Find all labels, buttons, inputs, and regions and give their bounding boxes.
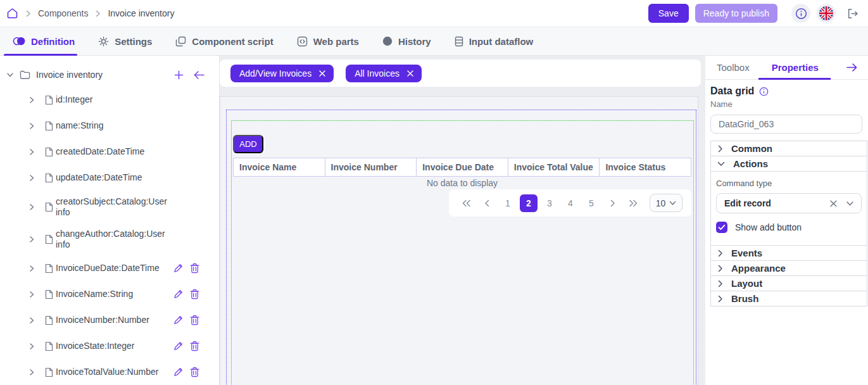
chevron-right-icon[interactable] [28, 96, 35, 104]
tree-item-InvoiceState[interactable]: InvoiceState:Integer [0, 333, 219, 359]
section-header-brush[interactable]: Brush [711, 291, 867, 306]
home-button[interactable] [6, 8, 18, 19]
grid-column-invoice-due-date[interactable]: Invoice Due Date [416, 158, 508, 176]
tree-item-updateDate[interactable]: updateDate:DateTime [0, 165, 219, 191]
chevron-right-icon[interactable] [28, 291, 35, 298]
info-button[interactable] [791, 4, 810, 23]
canvas-outer-container[interactable]: ADD Invoice Name Invoice Number Invoice … [220, 96, 698, 385]
tab-toolbox[interactable]: Toolbox [717, 56, 750, 79]
grid-add-button[interactable]: ADD [233, 135, 263, 153]
logout-button[interactable] [847, 8, 859, 19]
section-label: Actions [733, 158, 768, 169]
collapse-panel-button[interactable] [846, 63, 858, 72]
add-column-button[interactable] [174, 70, 184, 80]
tab-web-parts[interactable]: Web parts [297, 27, 359, 56]
show-add-button-label[interactable]: Show add button [735, 222, 802, 232]
last-page-button[interactable] [624, 194, 642, 212]
delete-column-button[interactable] [190, 367, 199, 377]
tree-item-InvoiceName[interactable]: InvoiceName:String [0, 281, 219, 307]
name-input[interactable] [710, 115, 862, 134]
gear-icon [98, 36, 109, 47]
edit-column-button[interactable] [173, 315, 184, 325]
tree-item-id[interactable]: id:Integer [0, 87, 219, 113]
page-button-5[interactable]: 5 [582, 194, 600, 212]
page-size-select[interactable]: 10 [650, 194, 682, 212]
tab-label: Component script [192, 36, 273, 47]
delete-column-button[interactable] [190, 263, 199, 274]
open-dropdown-button[interactable] [846, 201, 854, 206]
invoice-data-grid: Invoice Name Invoice Number Invoice Due … [233, 158, 691, 189]
edit-column-button[interactable] [173, 367, 184, 377]
history-icon [382, 36, 393, 46]
chip-add-view-invoices[interactable]: Add/View Invoices [230, 65, 334, 82]
grid-column-invoice-name[interactable]: Invoice Name [234, 158, 325, 176]
chevron-right-icon[interactable] [28, 369, 35, 376]
tree-item-createdDate[interactable]: createdDate:DateTime [0, 139, 219, 165]
tree-root-row[interactable]: Invoice inventory [0, 65, 219, 84]
edit-column-button[interactable] [173, 289, 184, 300]
chevron-right-icon[interactable] [28, 122, 35, 130]
tree-item-changeAuthor[interactable]: changeAuthor:Catalog:User info [0, 223, 219, 255]
canvas-selected-region[interactable]: ADD Invoice Name Invoice Number Invoice … [226, 110, 696, 385]
tab-definition[interactable]: Definition [13, 27, 75, 56]
next-page-button[interactable] [603, 194, 621, 212]
trash-icon [190, 367, 199, 377]
delete-column-button[interactable] [190, 315, 199, 325]
chevron-right-icon[interactable] [28, 203, 35, 211]
chevron-right-icon[interactable] [28, 343, 35, 350]
chevron-right-icon[interactable] [28, 148, 35, 156]
chevron-down-icon[interactable] [6, 71, 14, 79]
command-type-select[interactable]: Edit record [716, 193, 862, 213]
collapse-sidebar-button[interactable] [193, 70, 205, 80]
tree-item-InvoiceNumber[interactable]: InvoiceNumber:Number [0, 307, 219, 333]
prev-page-button[interactable] [478, 194, 496, 212]
tree-item-InvoiceDueDate[interactable]: InvoiceDueDate:DateTime [0, 255, 219, 281]
save-button[interactable]: Save [648, 4, 689, 23]
show-add-button-checkbox[interactable] [716, 222, 727, 233]
chevron-right-icon[interactable] [28, 317, 35, 324]
document-icon [45, 263, 53, 274]
delete-column-button[interactable] [190, 289, 199, 300]
page-button-3[interactable]: 3 [541, 194, 558, 212]
close-icon[interactable] [406, 70, 414, 77]
chevron-right-icon[interactable] [28, 236, 35, 243]
tab-label: History [398, 36, 431, 47]
breadcrumb-components[interactable]: Components [38, 8, 88, 18]
edit-column-button[interactable] [173, 341, 184, 351]
section-header-actions[interactable]: Actions [711, 156, 867, 171]
ready-to-publish-button[interactable]: Ready to publish [695, 4, 777, 23]
chevron-right-icon[interactable] [28, 174, 35, 182]
page-button-2-active[interactable]: 2 [520, 194, 538, 212]
tab-settings[interactable]: Settings [98, 27, 152, 56]
tree-item-creatorSubject[interactable]: creatorSubject:Catalog:User info [0, 191, 219, 223]
close-icon[interactable] [318, 70, 326, 77]
tab-properties[interactable]: Properties [772, 56, 819, 79]
datagrid-widget[interactable]: ADD Invoice Name Invoice Number Invoice … [231, 120, 694, 385]
section-header-appearance[interactable]: Appearance [711, 261, 867, 275]
tree-item-name[interactable]: name:String [0, 113, 219, 139]
chip-all-invoices[interactable]: All Invoices [346, 65, 422, 82]
page-button-4[interactable]: 4 [562, 194, 579, 212]
tab-history[interactable]: History [382, 27, 431, 56]
section-header-layout[interactable]: Layout [711, 276, 867, 291]
grid-column-invoice-total-value[interactable]: Invoice Total Value [508, 158, 600, 176]
first-page-button[interactable] [457, 194, 475, 212]
section-header-events[interactable]: Events [711, 246, 867, 260]
page-button-1[interactable]: 1 [499, 194, 517, 212]
breadcrumb-current: Invoice inventory [108, 8, 174, 18]
grid-column-invoice-number[interactable]: Invoice Number [325, 158, 417, 176]
edit-column-button[interactable] [173, 263, 184, 274]
tab-component-script[interactable]: Component script [175, 27, 273, 56]
tree-item-InvoiceTotalValue[interactable]: InvoiceTotalValue:Number [0, 359, 219, 385]
grid-column-invoice-status[interactable]: Invoice Status [599, 158, 691, 176]
section-header-common[interactable]: Common [711, 141, 867, 156]
tree-item-label: creatorSubject:Catalog:User info [56, 196, 173, 218]
clear-selection-button[interactable] [829, 199, 838, 208]
chevron-right-icon[interactable] [28, 265, 35, 272]
language-button[interactable] [817, 4, 836, 23]
document-icon [45, 95, 53, 105]
delete-column-button[interactable] [190, 341, 199, 351]
schema-tree-sidebar: Invoice inventory id:Integer [0, 56, 220, 385]
info-icon[interactable] [759, 87, 769, 96]
tab-input-dataflow[interactable]: Input dataflow [455, 27, 534, 56]
